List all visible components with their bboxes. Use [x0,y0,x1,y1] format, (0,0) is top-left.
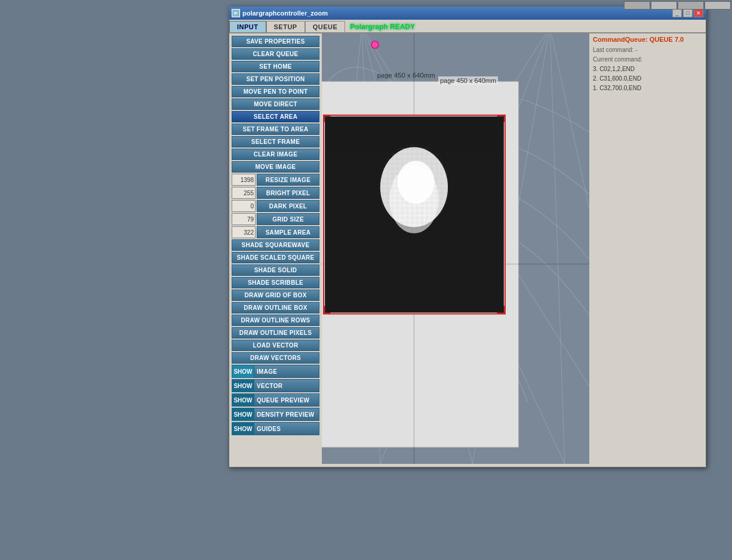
move-direct-button[interactable]: MOVE DIRECT [232,99,319,110]
save-properties-button[interactable]: SAVE PROPERTIES [232,36,319,47]
grid-size-input[interactable] [232,213,256,225]
svg-rect-22 [323,306,325,313]
bright-pixel-button[interactable]: BRIGHT PIXEL [257,187,319,199]
tab-queue[interactable]: QUEUE [305,21,346,32]
svg-rect-18 [323,115,325,122]
show-guides-row: SHOW GUIDES [232,422,319,435]
draw-outline-rows-button[interactable]: DRAW OUTLINE ROWS [232,315,319,326]
command-1: 1. C32,700.0,END [593,84,702,93]
canvas-area[interactable]: page 450 x 640mm [322,33,589,464]
select-area-button[interactable]: SELECT AREA [232,111,319,122]
status-text: Polargraph READY [345,21,706,32]
grid-size-row: GRID SIZE [232,213,319,225]
move-pen-to-point-button[interactable]: MOVE PEN TO POINT [232,86,319,97]
shade-squarewave-button[interactable]: SHADE SQUAREWAVE [232,239,319,251]
thumb-2[interactable] [651,1,677,10]
dark-pixel-input[interactable] [232,200,256,212]
sample-area-input[interactable] [232,226,256,238]
clear-queue-button[interactable]: CLEAR QUEUE [232,48,319,60]
dark-pixel-row: DARK PIXEL [232,200,319,212]
resize-image-input[interactable] [232,174,256,186]
show-image-button[interactable]: IMAGE [254,365,319,378]
draw-outline-box-button[interactable]: DRAW OUTLINE BOX [232,302,319,313]
draw-grid-of-box-button[interactable]: DRAW GRID OF BOX [232,290,319,301]
queue-title: CommandQueue: QUEUE 7.0 [593,36,702,43]
thumb-3[interactable] [678,1,704,10]
set-frame-to-area-button[interactable]: SET FRAME TO AREA [232,124,319,135]
show-density-preview-row: SHOW DENSITY PREVIEW [232,408,319,421]
last-command-label: Last command: - [593,45,702,55]
sample-area-button[interactable]: SAMPLE AREA [257,226,319,238]
show-image-row: SHOW IMAGE [232,365,319,378]
page-label: page 450 x 640mm [438,76,498,85]
dark-pixel-button[interactable]: DARK PIXEL [257,200,319,212]
thumb-4[interactable] [705,1,731,10]
show-queue-preview-toggle[interactable]: SHOW [232,393,254,407]
resize-image-row: RESIZE IMAGE [232,174,319,186]
show-density-preview-toggle[interactable]: SHOW [232,408,254,421]
grid-size-button[interactable]: GRID SIZE [257,213,319,225]
show-guides-toggle[interactable]: SHOW [232,422,254,435]
bright-pixel-row: BRIGHT PIXEL [232,187,319,199]
show-guides-button[interactable]: GUIDES [254,422,319,435]
shade-scribble-button[interactable]: SHADE SCRIBBLE [232,277,319,288]
bright-pixel-input[interactable] [232,187,256,199]
load-vector-button[interactable]: LOAD VECTOR [232,340,319,351]
show-vector-toggle[interactable]: SHOW [232,379,254,392]
tab-setup[interactable]: SETUP [266,21,305,32]
shade-solid-button[interactable]: SHADE SOLID [232,264,319,276]
show-vector-button[interactable]: VECTOR [254,379,319,392]
show-density-preview-button[interactable]: DENSITY PREVIEW [254,408,319,421]
menu-tabs: INPUT SETUP QUEUE Polargraph READY [229,20,706,33]
thumb-1[interactable] [624,1,650,10]
svg-point-35 [398,161,435,204]
shade-scaled-square-button[interactable]: SHADE SCALED SQUARE [232,252,319,263]
pen-position-dot [371,41,379,49]
set-home-button[interactable]: SET HOME [232,61,319,72]
show-queue-preview-row: SHOW QUEUE PREVIEW [232,393,319,407]
set-pen-position-button[interactable]: SET PEN POSITION [232,73,319,85]
show-queue-preview-button[interactable]: QUEUE PREVIEW [254,393,319,407]
current-command-label: Current command: [593,55,702,64]
draw-outline-pixels-button[interactable]: DRAW OUTLINE PIXELS [232,327,319,339]
app-icon: P [232,9,240,17]
app-window: P polargraphcontroller_zoom _ □ ✕ INPUT … [229,6,706,467]
main-content: SAVE PROPERTIES CLEAR QUEUE SET HOME SET… [229,33,706,464]
draw-vectors-button[interactable]: DRAW VECTORS [232,352,319,364]
select-frame-button[interactable]: SELECT FRAME [232,136,319,147]
sample-area-row: SAMPLE AREA [232,226,319,238]
window-title: polargraphcontroller_zoom [242,10,328,17]
clear-image-button[interactable]: CLEAR IMAGE [232,149,319,160]
tab-input[interactable]: INPUT [229,21,266,32]
canvas-svg: page 450 x 640mm [322,33,589,464]
command-2: 2. C31,600.0,END [593,74,702,84]
command-3: 3. C02,1,2,END [593,64,702,74]
title-bar-left: P polargraphcontroller_zoom [232,9,328,17]
resize-image-button[interactable]: RESIZE IMAGE [257,174,319,186]
right-panel: CommandQueue: QUEUE 7.0 Last command: - … [589,33,706,464]
sidebar: SAVE PROPERTIES CLEAR QUEUE SET HOME SET… [229,33,322,464]
svg-text:page 450 x 640mm: page 450 x 640mm [377,72,435,79]
move-image-button[interactable]: MOVE IMAGE [232,161,319,173]
show-vector-row: SHOW VECTOR [232,379,319,392]
show-image-toggle[interactable]: SHOW [232,365,254,378]
